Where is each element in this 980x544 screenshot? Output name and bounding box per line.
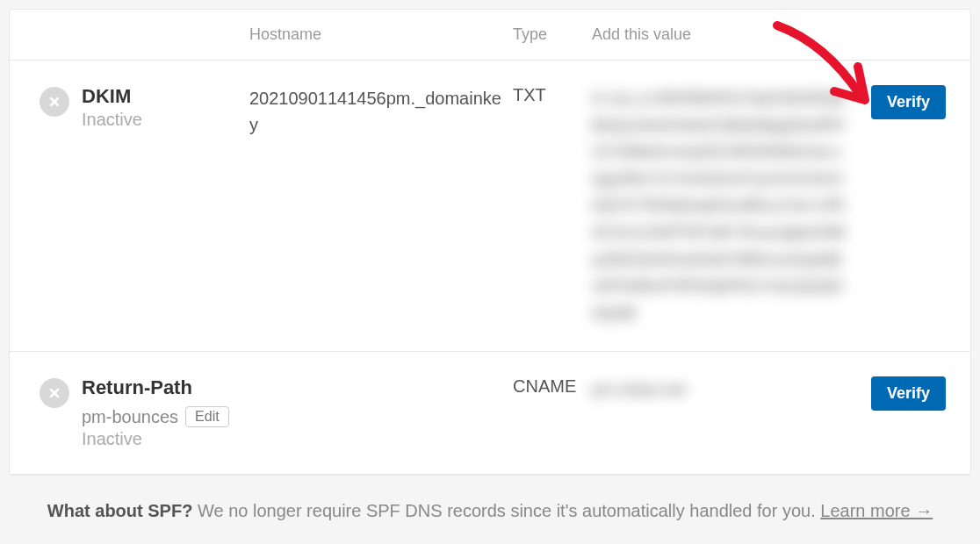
inactive-icon (40, 378, 69, 408)
edit-button[interactable]: Edit (185, 406, 229, 427)
record-type: CNAME (513, 376, 592, 397)
header-hostname: Hostname (249, 25, 513, 44)
record-status: Inactive (82, 110, 142, 130)
spf-note-body: We no longer require SPF DNS records sin… (192, 501, 820, 520)
inactive-icon (40, 87, 69, 117)
record-status: Inactive (82, 429, 249, 449)
record-hostname: 20210901141456pm._domainkey (249, 85, 513, 138)
dns-records-panel: Hostname Type Add this value DKIM Inacti… (9, 9, 971, 476)
table-row: DKIM Inactive 20210901141456pm._domainke… (10, 61, 970, 352)
record-type: TXT (513, 85, 592, 105)
header-value: Add this value (592, 25, 858, 44)
spf-note: What about SPF? We no longer require SPF… (9, 476, 971, 533)
table-header: Hostname Type Add this value (10, 10, 970, 61)
learn-more-link[interactable]: Learn more → (820, 501, 933, 520)
record-name: DKIM (82, 85, 142, 108)
record-value-blurred: k=rsa; p=MIGfMA0GCSqGSIb3DQEBAQUAA4GNADC… (592, 85, 858, 326)
record-subdomain: pm-bounces (82, 407, 178, 427)
table-row: Return-Path pm-bounces Edit Inactive CNA… (10, 352, 970, 475)
spf-note-lead: What about SPF? (47, 501, 193, 520)
record-name: Return-Path (82, 376, 192, 399)
verify-button[interactable]: Verify (871, 376, 946, 411)
header-type: Type (513, 25, 592, 44)
record-value-blurred: pm.mtasv.net (592, 376, 858, 404)
verify-button[interactable]: Verify (871, 85, 946, 119)
